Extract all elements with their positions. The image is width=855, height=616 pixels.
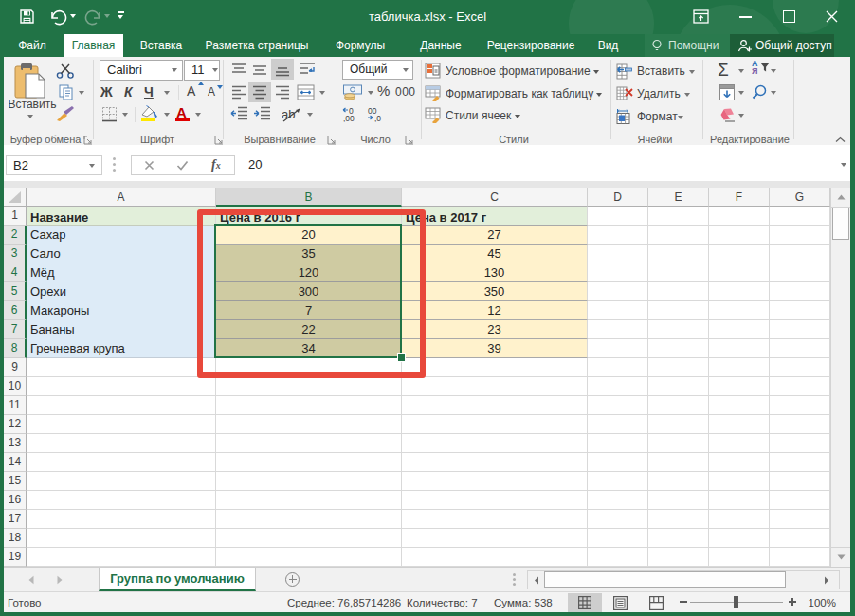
svg-text:,0: ,0 bbox=[374, 114, 381, 122]
svg-text:,00: ,00 bbox=[343, 114, 355, 122]
